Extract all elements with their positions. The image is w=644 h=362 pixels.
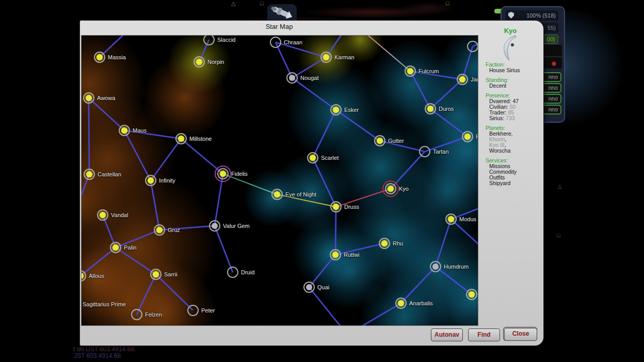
- map-node-humdrum[interactable]: Humdrum: [430, 261, 441, 272]
- system-label: Allous: [89, 273, 104, 279]
- system-dot: [148, 177, 154, 184]
- system-dot: [398, 300, 404, 306]
- map-node-modus-m[interactable]: Modus M: [445, 213, 457, 225]
- system-dot: [178, 136, 184, 142]
- system-dot: [289, 75, 295, 81]
- map-node-f[interactable]: F: [462, 131, 473, 142]
- system-dot: [212, 223, 218, 229]
- map-node-fidelis[interactable]: Fidelis: [217, 168, 229, 179]
- map-node-castellan[interactable]: Castellan: [84, 169, 95, 180]
- system-dot: [196, 59, 202, 65]
- map-node-vandal[interactable]: Vandal: [97, 209, 108, 221]
- presence-row: Sirius: 733: [486, 116, 541, 121]
- map-node-eye-of-night[interactable]: Eye of Night: [271, 189, 283, 200]
- map-node-infinity[interactable]: Infinity: [145, 175, 156, 186]
- close-button[interactable]: Close: [504, 328, 537, 341]
- system-dot: [81, 273, 84, 279]
- planets-list: Berkhere,Khorin,Kyo III,Worscha: [486, 131, 541, 154]
- system-dot: [156, 227, 163, 233]
- map-node-norpin[interactable]: Norpin: [194, 56, 205, 68]
- system-label: Modus M: [459, 216, 478, 222]
- map-node-fulcrum[interactable]: Fulcrum: [405, 65, 416, 77]
- services-list: MissionsCommodityOutfitsShipyard: [486, 163, 541, 186]
- map-node-tartan[interactable]: Tartan: [419, 146, 430, 157]
- standing-value: Decent: [486, 83, 541, 89]
- map-node-kyo[interactable]: Kyo: [385, 183, 396, 194]
- map-node-scarlet[interactable]: Scarlet: [307, 152, 318, 163]
- system-dot: [306, 284, 312, 290]
- system-info-text: Faction: House Sirius Standing: Decent P…: [486, 62, 541, 186]
- system-dot: [427, 106, 433, 112]
- system-label: Fidelis: [231, 171, 248, 177]
- system-dot: [323, 54, 329, 60]
- system-label: Slaccid: [217, 37, 235, 43]
- system-dot: [96, 54, 103, 60]
- system-label: Felzen: [145, 311, 162, 318]
- map-node-maus[interactable]: Maus: [119, 125, 130, 136]
- system-dot: [469, 291, 475, 298]
- system-label: Druid: [241, 269, 254, 275]
- system-dot: [381, 240, 388, 246]
- system-label: Ruttwi: [344, 252, 360, 258]
- system-dot: [86, 171, 92, 177]
- hud-shield-value: 100% (518): [526, 12, 556, 19]
- system-label: Gutter: [388, 138, 404, 144]
- system-label: Vandal: [111, 212, 128, 218]
- map-node-duros[interactable]: Duros: [425, 103, 436, 114]
- map-node-massia[interactable]: Massia: [94, 52, 105, 63]
- find-button[interactable]: Find: [468, 328, 500, 341]
- map-node-jack[interactable]: Jack: [457, 74, 468, 85]
- system-label: Norpin: [207, 59, 224, 65]
- system-dot: [333, 204, 339, 210]
- map-node-gutter[interactable]: Gutter: [374, 135, 385, 146]
- map-node-ruttwi[interactable]: Ruttwi: [330, 249, 341, 260]
- system-label: Eye of Night: [285, 191, 316, 198]
- map-node-sarrii[interactable]: Sarrii: [150, 269, 162, 280]
- system-dot: [333, 107, 339, 113]
- system-label: Fulcrum: [418, 68, 439, 74]
- system-label: Palin: [124, 244, 136, 251]
- map-node-esker[interactable]: Esker: [330, 104, 342, 116]
- map-node-awowa[interactable]: Awowa: [83, 92, 94, 104]
- hud-alert-dot: [552, 62, 556, 65]
- dialog-title: Star Map: [81, 23, 477, 30]
- system-label: Karman: [334, 54, 355, 60]
- shield-icon: [508, 12, 514, 19]
- system-label: Peter: [201, 307, 215, 314]
- map-node-karman[interactable]: Karman: [320, 52, 332, 63]
- map-node-gruz[interactable]: Gruz: [154, 224, 165, 236]
- map-node-rhu[interactable]: Rhu: [379, 238, 390, 249]
- map-canvas[interactable]: MassiaSlaccidNorpinChraanKarmanNougatFul…: [81, 35, 478, 326]
- system-dot: [310, 155, 316, 161]
- system-dot: [407, 68, 413, 74]
- map-node-peter[interactable]: Peter: [187, 305, 199, 316]
- hud-energy-value: 00): [547, 36, 555, 42]
- map-node-unknown-a[interactable]: [467, 41, 478, 52]
- autonav-button[interactable]: Autonav: [431, 328, 463, 341]
- system-label: Maus: [133, 127, 147, 134]
- map-node-valur-gem[interactable]: Valur Gem: [209, 220, 220, 232]
- map-node-felzen[interactable]: Felzen: [131, 309, 142, 320]
- map-node-druid[interactable]: Druid: [227, 267, 238, 278]
- map-node-nougat[interactable]: Nougat: [286, 72, 298, 84]
- ship-thumbnail-tile: [267, 4, 297, 21]
- overlay-square-icon: □: [260, 1, 264, 6]
- system-label: Castellan: [98, 171, 121, 177]
- map-node-chraan[interactable]: Chraan: [270, 37, 281, 48]
- system-label: Millstone: [189, 136, 212, 142]
- system-label: Gruz: [168, 227, 180, 233]
- overlay-target-square-icon: □: [446, 1, 449, 6]
- system-label: Massia: [108, 54, 126, 60]
- map-node-unknown-b[interactable]: [466, 289, 477, 300]
- system-label: Rhu: [393, 240, 403, 246]
- system-label: Duros: [439, 106, 454, 112]
- map-node-millstone[interactable]: Millstone: [175, 133, 187, 144]
- system-label: Tartan: [433, 149, 449, 155]
- map-node-anarbalis[interactable]: Anarbalis: [395, 298, 407, 309]
- map-node-druss[interactable]: Druss: [330, 201, 342, 212]
- map-node-quai[interactable]: Quai: [303, 282, 315, 293]
- system-dot: [332, 252, 339, 258]
- map-node-palin[interactable]: Palin: [110, 242, 121, 253]
- system-dot: [448, 216, 454, 222]
- current-system-ring: [215, 166, 231, 182]
